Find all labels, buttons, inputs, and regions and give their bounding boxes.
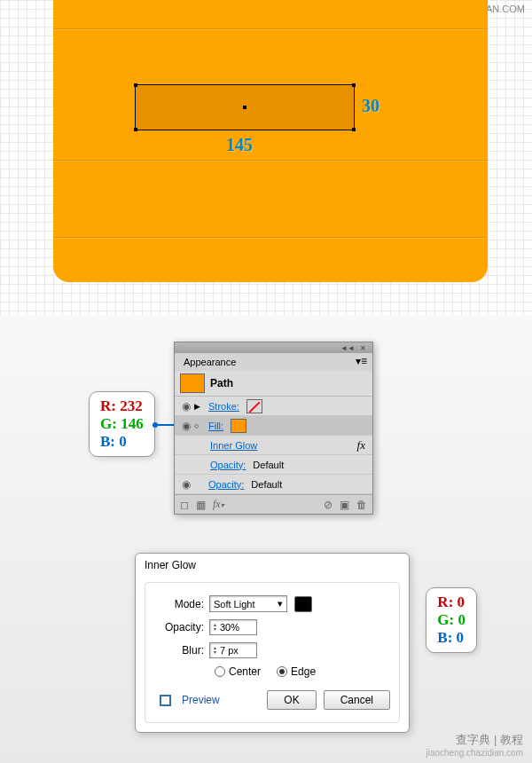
card-fold-line: [53, 237, 488, 238]
selection-center: [243, 106, 246, 109]
path-swatch[interactable]: [180, 374, 205, 393]
fill-row[interactable]: ◉ ○ Fill:: [175, 416, 372, 436]
selection-handle[interactable]: [134, 128, 137, 131]
mode-row: Mode: Soft Light ▾: [154, 595, 390, 612]
opacity-value: 30%: [220, 622, 239, 633]
dialog-title: Inner Glow: [136, 554, 409, 577]
visibility-icon[interactable]: ◉: [178, 400, 194, 413]
stepper-icon[interactable]: ▴▾: [214, 646, 216, 655]
opacity-label: Opacity:: [154, 621, 209, 633]
layer-icon[interactable]: ▦: [196, 499, 206, 511]
panels-area: R: 232 G: 146 B: 0 ◄◄ ✕ Appearance ▾≡ Pa…: [0, 315, 532, 763]
path-label: Path: [210, 377, 233, 389]
stepper-icon[interactable]: ▴▾: [214, 623, 216, 632]
path-row[interactable]: Path: [175, 371, 372, 397]
rgb-b-value: B: 0: [100, 433, 144, 451]
opacity-value: Default: [249, 460, 284, 470]
rgb-b-value: B: 0: [437, 629, 466, 647]
fx-indicator: fx: [357, 438, 369, 452]
watermark-url: jiaocheng.chazidian.com: [426, 748, 523, 758]
rgb-callout-glow: R: 0 G: 0 B: 0: [426, 587, 477, 653]
mode-select[interactable]: Soft Light ▾: [209, 595, 287, 612]
panel-titlebar[interactable]: ◄◄ ✕: [175, 342, 372, 353]
watermark-text: 查字典 | 教程: [426, 732, 523, 748]
opacity-label: Opacity:: [207, 460, 249, 470]
stroke-swatch-none[interactable]: [246, 399, 262, 413]
visibility-icon[interactable]: ◉: [178, 478, 194, 491]
card-fold-line: [53, 28, 488, 29]
dimension-height-label: 30: [362, 96, 379, 116]
opacity-value: Default: [247, 479, 282, 490]
rgb-g-value: G: 0: [437, 611, 466, 629]
dialog-body: Mode: Soft Light ▾ Opacity: ▴▾ 30% Blur:…: [145, 582, 400, 723]
rgb-g-value: G: 146: [100, 415, 144, 433]
stroke-row[interactable]: ◉ ▶ Stroke:: [175, 397, 372, 416]
panel-body: Path ◉ ▶ Stroke: ◉ ○ Fill: Inner Glow fx…: [175, 371, 372, 514]
edge-label: Edge: [291, 665, 316, 678]
opacity-sub-row[interactable]: Opacity: Default: [175, 455, 372, 475]
clear-icon[interactable]: ⊘: [324, 499, 332, 511]
panel-tabs: Appearance ▾≡: [175, 353, 372, 371]
blur-row: Blur: ▴▾ 7 px: [154, 642, 390, 658]
panel-collapse-icon[interactable]: ◄◄: [340, 344, 353, 351]
mode-label: Mode:: [154, 598, 209, 610]
fill-swatch[interactable]: [231, 419, 246, 433]
cancel-button[interactable]: Cancel: [324, 690, 390, 710]
expand-icon[interactable]: ○: [194, 421, 205, 430]
stroke-label: Stroke:: [205, 401, 243, 412]
selected-rectangle[interactable]: [135, 84, 355, 130]
fill-label: Fill:: [205, 421, 227, 431]
orange-card-shape: 145 30: [53, 0, 488, 282]
radio-icon[interactable]: [277, 666, 287, 677]
appearance-panel: ◄◄ ✕ Appearance ▾≡ Path ◉ ▶ Stroke: ◉ ○ …: [174, 342, 373, 515]
opacity-row: Opacity: ▴▾ 30%: [154, 619, 390, 635]
inner-glow-link[interactable]: Inner Glow: [207, 440, 257, 451]
opacity-main-row[interactable]: ◉ Opacity: Default: [175, 475, 372, 494]
dimension-width-label: 145: [226, 135, 253, 155]
dropdown-icon: ▾: [278, 598, 283, 610]
center-radio-option[interactable]: Center: [215, 665, 261, 678]
watermark-bottom: 查字典 | 教程 jiaocheng.chazidian.com: [426, 732, 523, 758]
visibility-icon[interactable]: ◉: [178, 420, 194, 432]
mode-value: Soft Light: [214, 599, 254, 610]
glow-origin-radios: Center Edge: [154, 665, 390, 678]
inner-glow-row[interactable]: Inner Glow fx: [175, 436, 372, 455]
opacity-input[interactable]: ▴▾ 30%: [209, 619, 257, 635]
edge-radio-option[interactable]: Edge: [277, 665, 316, 678]
glow-color-swatch[interactable]: [294, 596, 312, 612]
ok-button[interactable]: OK: [267, 690, 316, 710]
fx-menu-icon[interactable]: fx▾: [213, 498, 224, 511]
panel-menu-icon[interactable]: ▾≡: [350, 353, 372, 369]
preview-checkbox[interactable]: [160, 695, 171, 706]
radio-icon[interactable]: [215, 666, 225, 677]
panel-footer: ◻ ▦ fx▾ ⊘ ▣ 🗑: [175, 494, 372, 514]
rgb-r-value: R: 0: [437, 594, 466, 611]
blur-value: 7 px: [220, 645, 239, 656]
preview-label[interactable]: Preview: [182, 694, 220, 706]
selection-handle[interactable]: [352, 128, 356, 131]
appearance-tab[interactable]: Appearance: [175, 353, 245, 371]
no-selection-icon[interactable]: ◻: [180, 499, 189, 511]
rgb-callout-fill: R: 232 G: 146 B: 0: [89, 391, 155, 457]
canvas-artboard: 思缘设计论坛 WWW.MISSYUAN.COM 145 30: [0, 0, 532, 315]
duplicate-icon[interactable]: ▣: [340, 499, 349, 511]
inner-glow-dialog: Inner Glow Mode: Soft Light ▾ Opacity: ▴…: [135, 553, 410, 733]
callout-dot: [153, 422, 158, 428]
trash-icon[interactable]: 🗑: [356, 499, 367, 511]
card-fold-line: [53, 160, 488, 161]
center-label: Center: [229, 665, 261, 678]
opacity-label: Opacity:: [205, 479, 247, 490]
blur-label: Blur:: [154, 644, 209, 657]
dialog-buttons: Preview OK Cancel: [154, 690, 390, 710]
selection-handle[interactable]: [134, 83, 137, 87]
expand-icon[interactable]: ▶: [194, 402, 205, 411]
selection-handle[interactable]: [352, 83, 356, 87]
blur-input[interactable]: ▴▾ 7 px: [209, 642, 257, 658]
panel-close-icon[interactable]: ✕: [356, 344, 369, 351]
rgb-r-value: R: 232: [100, 397, 144, 415]
